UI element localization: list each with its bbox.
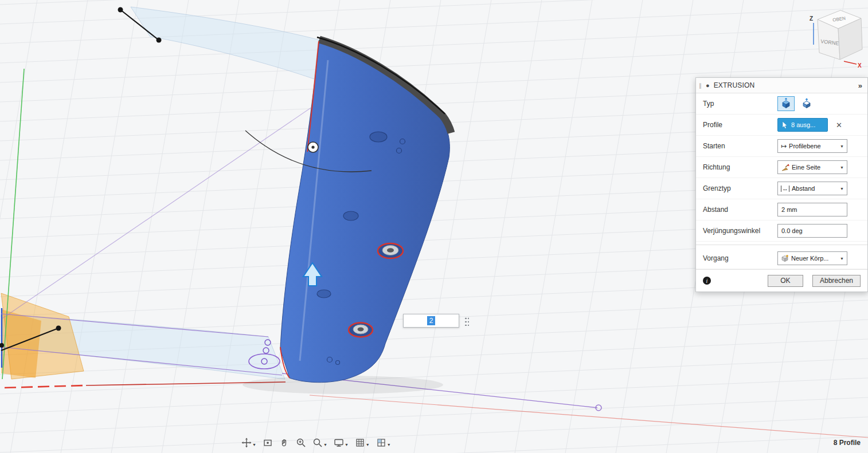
view-cube-z-label: Z — [810, 15, 813, 22]
dimension-input[interactable]: 2 — [403, 314, 459, 328]
dialog-drag-handle-icon[interactable]: ∥ — [699, 82, 702, 89]
direction-arrow-icon — [781, 164, 789, 171]
model-body[interactable] — [249, 37, 451, 383]
row-abstand: Abstand 2 mm — [696, 199, 867, 220]
pan-tool[interactable] — [279, 437, 290, 448]
new-body-icon — [781, 254, 789, 262]
cursor-icon — [782, 121, 788, 129]
profile-selection-value: 8 ausg... — [791, 121, 815, 128]
dialog-header[interactable]: ∥ ● EXTRUSION » — [696, 78, 867, 93]
extrude-thin-button[interactable] — [798, 96, 815, 111]
taper-angle-input[interactable]: 0.0 deg — [777, 224, 847, 238]
cancel-button[interactable]: Abbrechen — [812, 275, 861, 287]
chevron-down-icon: ▼ — [345, 442, 349, 448]
richtung-label: Richtung — [703, 163, 777, 171]
chevron-down-icon: ▼ — [366, 442, 370, 448]
sketch-surface-top[interactable] — [131, 7, 320, 79]
chevron-down-icon: ▼ — [840, 187, 844, 191]
extent-type-dropdown[interactable]: ↔ Abstand ▼ — [777, 182, 847, 195]
boss-feature[interactable] — [370, 132, 387, 142]
profile-label: Profile — [703, 121, 777, 129]
chevron-down-icon: ▼ — [840, 144, 844, 148]
extent-type-value: Abstand — [792, 185, 838, 192]
row-profile: Profile 8 ausg... ✕ — [696, 115, 867, 136]
profile-plane-icon: ↦ — [781, 143, 787, 149]
fit-view-tool[interactable]: ▼ — [312, 437, 328, 448]
starten-label: Starten — [703, 142, 777, 150]
extrusion-dialog: ∥ ● EXTRUSION » Typ — [695, 77, 868, 292]
orbit-icon — [241, 438, 252, 448]
display-settings-icon — [334, 438, 344, 448]
drag-dots-icon — [464, 316, 469, 326]
chevron-down-icon: ▼ — [252, 442, 256, 448]
row-starten: Starten ↦ Profilebene ▼ — [696, 136, 867, 157]
taper-label: Verjüngungswinkel — [703, 227, 777, 235]
zoom-window-icon — [312, 438, 323, 448]
construction-plane-overlap — [1, 309, 41, 378]
dimension-drag-handle[interactable] — [463, 315, 470, 326]
chevron-down-icon: ▼ — [323, 442, 327, 448]
hole-feature[interactable] — [378, 243, 403, 258]
sketch-point[interactable] — [118, 7, 123, 13]
sketch-point[interactable] — [56, 326, 61, 331]
distance-value: 2 mm — [781, 206, 797, 213]
info-icon[interactable]: i — [703, 277, 711, 285]
chevron-down-icon: ▼ — [387, 442, 391, 448]
navigation-toolbar: ▼ ▼ ▼ ▼ — [241, 437, 392, 448]
distance-extent-icon: ↔ — [781, 186, 789, 192]
dialog-title: EXTRUSION — [714, 81, 755, 89]
clear-selection-icon[interactable]: ✕ — [836, 121, 842, 129]
dimension-input-group: 2 — [403, 314, 470, 328]
axis-red-far — [310, 395, 868, 438]
distance-input[interactable]: 2 mm — [777, 203, 847, 216]
zoom-tool[interactable] — [295, 437, 307, 448]
operation-dropdown[interactable]: Neuer Körp... ▼ — [777, 251, 847, 265]
collapse-panel-icon[interactable]: » — [858, 81, 862, 90]
ok-button[interactable]: OK — [768, 275, 803, 287]
direction-dropdown[interactable]: Eine Seite ▼ — [777, 160, 847, 174]
abstand-label: Abstand — [703, 206, 777, 214]
extrude-solid-button[interactable] — [777, 96, 795, 111]
profile-count-label: 8 Profile — [834, 439, 861, 447]
look-at-icon — [263, 438, 273, 448]
axis-red-dashed — [5, 385, 86, 388]
dialog-footer: i OK Abbrechen — [696, 269, 867, 292]
hole-feature[interactable] — [349, 323, 373, 337]
operation-value: Neuer Körp... — [791, 255, 838, 262]
boss-feature[interactable] — [343, 211, 358, 220]
extrude-thin-icon — [801, 98, 812, 109]
row-taper: Verjüngungswinkel 0.0 deg — [696, 220, 867, 242]
grid-icon — [355, 438, 365, 448]
dialog-separator — [696, 245, 867, 245]
extrude-solid-icon — [780, 98, 792, 109]
row-grenztyp: Grenztyp ↔ Abstand ▼ — [696, 178, 867, 199]
vorgang-label: Vorgang — [703, 254, 777, 262]
dimension-value: 2 — [427, 316, 436, 325]
boss-feature[interactable] — [317, 290, 331, 298]
grenztyp-label: Grenztyp — [703, 184, 777, 192]
start-value: Profilebene — [789, 143, 838, 149]
typ-label: Typ — [703, 100, 777, 108]
grid-snaps-tool[interactable]: ▼ — [354, 437, 370, 448]
look-at-tool[interactable] — [262, 437, 273, 448]
direction-value: Eine Seite — [792, 164, 838, 171]
taper-angle-value: 0.0 deg — [781, 227, 803, 234]
viewports-tool[interactable]: ▼ — [376, 437, 392, 448]
viewports-icon — [376, 438, 386, 448]
row-richtung: Richtung Eine Seite ▼ — [696, 157, 867, 178]
info-glyph: i — [706, 278, 708, 284]
pan-hand-icon — [279, 438, 290, 448]
zoom-plus-icon — [296, 438, 306, 448]
row-typ: Typ — [696, 93, 867, 115]
start-dropdown[interactable]: ↦ Profilebene ▼ — [777, 139, 847, 153]
view-cube-x-axis — [844, 61, 857, 64]
display-settings-tool[interactable]: ▼ — [333, 437, 349, 448]
profile-selection-button[interactable]: 8 ausg... — [777, 118, 828, 132]
view-cube-x-label: X — [858, 62, 862, 69]
chevron-down-icon: ▼ — [840, 257, 844, 261]
sketch-point[interactable] — [157, 38, 162, 43]
row-vorgang: Vorgang Neuer Körp... ▼ — [696, 248, 867, 269]
extrusion-command-icon: ● — [706, 82, 710, 89]
view-cube[interactable]: OBEN VORNE Z X — [804, 2, 867, 71]
orbit-tool[interactable]: ▼ — [241, 437, 257, 448]
